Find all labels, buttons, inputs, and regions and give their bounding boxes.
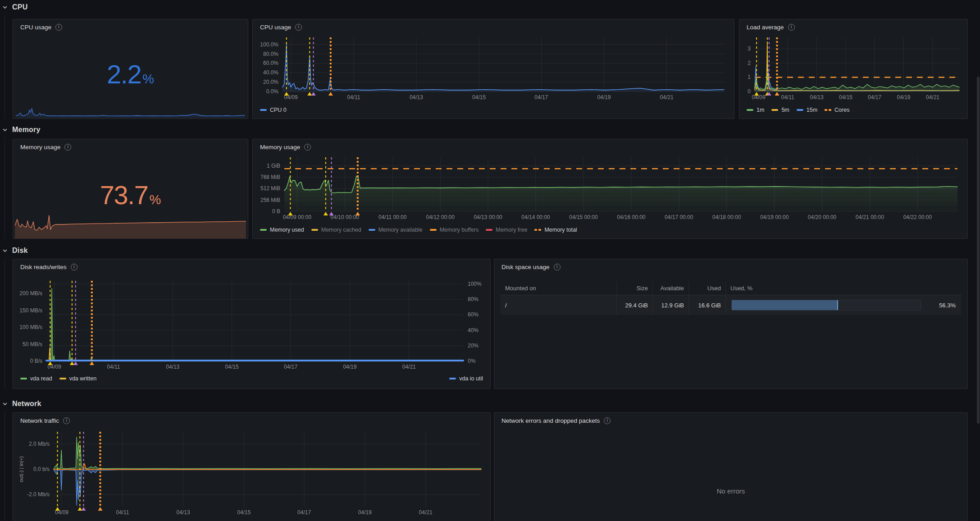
legend-item[interactable]: vda written (59, 375, 96, 382)
panel-title[interactable]: Disk space usage (501, 264, 550, 270)
chart-legend: CPU 0 (260, 107, 287, 113)
col-header-used[interactable]: Used (689, 282, 726, 295)
legend-swatch (449, 378, 456, 379)
section-header-cpu[interactable]: CPU (2, 2, 27, 13)
chevron-down-icon (2, 127, 8, 133)
legend-item[interactable]: Memory cached (311, 227, 361, 233)
svg-text:04/11: 04/11 (116, 509, 129, 516)
memory-usage-chart[interactable]: 04/09 00:0004/10 00:0004/11 00:0004/12 0… (256, 155, 964, 223)
svg-text:04/19: 04/19 (358, 509, 372, 516)
legend-swatch (311, 229, 318, 231)
info-icon[interactable]: i (295, 24, 302, 31)
chart-legend: vda readvda written (20, 375, 96, 382)
panel-title[interactable]: Disk reads/writes (20, 264, 67, 270)
legend-label: 5m (781, 107, 789, 113)
svg-text:1: 1 (748, 74, 751, 80)
legend-label: vda written (69, 375, 96, 382)
svg-text:3: 3 (748, 46, 751, 52)
legend-label: Memory used (270, 227, 304, 233)
section-guide (5, 137, 5, 239)
svg-text:04/13: 04/13 (410, 94, 423, 101)
svg-text:04/11: 04/11 (107, 364, 120, 370)
panel-title[interactable]: Network traffic (20, 417, 59, 424)
legend-label: Memory cached (321, 227, 361, 233)
svg-text:04/21: 04/21 (419, 509, 433, 516)
chart-legend: Memory usedMemory cachedMemory available… (260, 227, 577, 233)
panel-title[interactable]: CPU usage (20, 24, 51, 31)
panel-cpu-usage-stat: CPU usagei 2.2% (13, 19, 248, 119)
network-traffic-chart[interactable]: 04/0904/1104/1304/1504/1704/1904/212.0 M… (17, 428, 487, 518)
info-icon[interactable]: i (604, 417, 611, 424)
legend-swatch (825, 109, 831, 111)
col-header-used-pct[interactable]: Used, % (726, 285, 961, 292)
legend-item[interactable]: Memory buffers (430, 227, 479, 233)
svg-text:04/21: 04/21 (926, 94, 939, 101)
panel-title[interactable]: CPU usage (260, 24, 291, 31)
info-icon[interactable]: i (64, 144, 71, 151)
table-row: / 29.4 GiB 12.9 GiB 16.6 GiB 56.3% (501, 295, 961, 315)
col-header-size[interactable]: Size (617, 282, 653, 295)
legend-item[interactable]: Memory free (486, 227, 527, 233)
legend-label: vda read (30, 375, 52, 382)
section-header-network[interactable]: Network (2, 398, 41, 409)
usage-gauge-fill (732, 300, 838, 310)
info-icon[interactable]: i (788, 24, 795, 31)
info-icon[interactable]: i (55, 24, 62, 31)
info-icon[interactable]: i (71, 264, 77, 270)
chart-legend: 1m5m15mCores (747, 107, 849, 113)
disk-space-table: Mounted on Size Available Used Used, % /… (501, 282, 961, 315)
svg-text:0.0%: 0.0% (266, 88, 279, 95)
table-header-row: Mounted on Size Available Used Used, % (501, 282, 961, 295)
legend-label: vda io util (459, 375, 483, 382)
svg-text:04/19 00:00: 04/19 00:00 (760, 214, 789, 220)
svg-text:256 MiB: 256 MiB (260, 197, 280, 203)
legend-item[interactable]: 5m (771, 107, 789, 113)
cpu-usage-value: 2.2% (13, 59, 248, 89)
svg-text:04/22 00:00: 04/22 00:00 (903, 214, 932, 220)
svg-text:04/17 00:00: 04/17 00:00 (665, 214, 693, 220)
panel-title[interactable]: Memory usage (20, 144, 60, 151)
info-icon[interactable]: i (554, 264, 561, 270)
svg-text:80.0%: 80.0% (263, 51, 278, 57)
legend-item[interactable]: CPU 0 (260, 107, 287, 113)
section-label: Network (12, 400, 41, 408)
section-header-disk[interactable]: Disk (2, 245, 28, 256)
legend-item[interactable]: Memory total (534, 227, 577, 233)
panel-memory-usage-stat: Memory usagei 73.7% (13, 139, 248, 239)
svg-text:40.0%: 40.0% (263, 69, 278, 76)
svg-text:-2.0 Mb/s: -2.0 Mb/s (27, 491, 50, 498)
svg-text:04/15: 04/15 (225, 364, 239, 370)
panel-title[interactable]: Load average (747, 24, 784, 31)
no-errors-message: No errors (494, 487, 967, 495)
panel-title[interactable]: Network errors and dropped packets (501, 417, 600, 424)
svg-text:04/11: 04/11 (347, 94, 360, 101)
col-header-available[interactable]: Available (653, 282, 689, 295)
svg-text:04/09: 04/09 (752, 94, 766, 101)
legend-swatch (20, 378, 27, 379)
legend-item[interactable]: vda io util (449, 375, 483, 382)
svg-text:04/15: 04/15 (237, 509, 251, 516)
load-average-chart[interactable]: 04/0904/1104/1304/1504/1704/1904/213210 (743, 35, 964, 103)
section-header-memory[interactable]: Memory (2, 124, 41, 135)
legend-item[interactable]: 1m (747, 107, 764, 113)
disk-reads-writes-chart[interactable]: 04/0904/1104/1304/1504/1704/1904/21200 M… (17, 277, 487, 373)
legend-item[interactable]: 15m (797, 107, 817, 113)
legend-item[interactable]: Memory used (260, 227, 304, 233)
scrollbar-thumb[interactable] (977, 77, 980, 424)
legend-swatch (430, 229, 437, 231)
cpu-usage-sparkline[interactable] (15, 100, 246, 118)
legend-item[interactable]: vda read (20, 375, 52, 382)
legend-item[interactable]: Memory available (369, 227, 423, 233)
svg-text:04/16 00:00: 04/16 00:00 (617, 214, 646, 220)
cell-available: 12.9 GiB (653, 295, 689, 315)
legend-swatch (486, 229, 492, 231)
svg-text:768 MiB: 768 MiB (260, 174, 280, 180)
info-icon[interactable]: i (63, 417, 70, 424)
col-header-mounted-on[interactable]: Mounted on (501, 282, 617, 295)
info-icon[interactable]: i (304, 144, 311, 151)
legend-item[interactable]: Cores (825, 107, 849, 113)
panel-title[interactable]: Memory usage (260, 144, 300, 151)
legend-label: Cores (834, 107, 849, 113)
cpu-usage-chart[interactable]: 04/0904/1104/1304/1504/1704/1904/21100.0… (256, 35, 730, 103)
section-guide (5, 258, 5, 389)
